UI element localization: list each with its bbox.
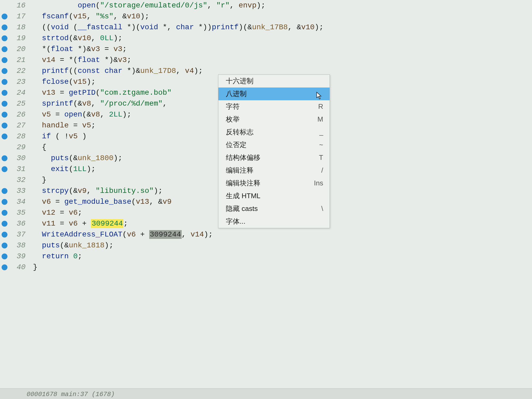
line-number: 16 <box>10 1 26 11</box>
breakpoint-marker[interactable] <box>2 243 7 248</box>
menu-item[interactable]: 八进制 <box>218 88 330 100</box>
breakpoint-marker[interactable] <box>2 232 7 238</box>
menu-item-label: 枚举 <box>226 115 240 124</box>
line-number: 34 <box>10 197 26 207</box>
breakpoint-marker[interactable] <box>2 253 7 259</box>
menu-item[interactable]: 枚举M <box>218 113 330 126</box>
breakpoint-marker[interactable] <box>2 57 7 63</box>
breakpoint-marker[interactable] <box>2 188 7 194</box>
status-text: 00001678 main:37 (1678) <box>27 391 115 398</box>
breakpoint-marker[interactable] <box>2 155 7 161</box>
breakpoint-marker[interactable] <box>2 14 7 19</box>
line-number: 33 <box>10 186 26 196</box>
breakpoint-marker[interactable] <box>2 134 7 139</box>
menu-item-shortcut: ~ <box>319 140 323 149</box>
breakpoint-marker[interactable] <box>2 112 7 118</box>
code-text[interactable]: puts(&unk_1800); <box>33 153 122 163</box>
breakpoint-marker[interactable] <box>2 123 7 128</box>
menu-item[interactable]: 字体... <box>218 215 330 228</box>
code-text[interactable]: fclose(v15); <box>33 77 95 87</box>
line-number: 30 <box>10 153 26 163</box>
breakpoint-marker[interactable] <box>2 199 7 205</box>
line-number: 18 <box>10 22 26 32</box>
breakpoint-marker[interactable] <box>2 79 7 85</box>
menu-item-shortcut: / <box>321 166 323 175</box>
menu-item[interactable]: 结构体偏移T <box>218 151 330 164</box>
menu-item-label: 反转标志 <box>226 127 253 137</box>
breakpoint-marker[interactable] <box>2 264 7 270</box>
breakpoint-marker[interactable] <box>2 24 7 30</box>
menu-item[interactable]: 生成 HTML <box>218 190 330 202</box>
code-line[interactable]: 38 puts(&unk_1818); <box>0 240 532 251</box>
code-text[interactable]: { <box>33 142 46 152</box>
line-number: 26 <box>10 110 26 120</box>
code-text[interactable]: printf((const char *)&unk_17D8, v4); <box>33 66 203 76</box>
menu-item-label: 生成 HTML <box>226 191 260 201</box>
menu-item[interactable]: 字符R <box>218 100 330 113</box>
line-number: 17 <box>10 11 26 22</box>
menu-item[interactable]: 编辑注释/ <box>218 164 330 177</box>
breakpoint-marker[interactable] <box>2 144 7 150</box>
code-line[interactable]: 40} <box>0 262 532 273</box>
code-text[interactable]: WriteAddress_FLOAT(v6 + 3099244, v14); <box>33 230 213 240</box>
status-bar: 00001678 main:37 (1678) <box>0 388 532 399</box>
menu-item-label: 八进制 <box>226 89 247 98</box>
line-number: 39 <box>10 251 26 261</box>
code-line[interactable]: 16 open("/storage/emulated/0/js", "r", e… <box>0 0 532 11</box>
code-text[interactable]: open("/storage/emulated/0/js", "r", envp… <box>33 1 265 11</box>
breakpoint-marker[interactable] <box>2 221 7 227</box>
breakpoint-marker[interactable] <box>2 177 7 183</box>
menu-item-shortcut: Ins <box>314 178 323 188</box>
line-number: 20 <box>10 44 26 54</box>
code-line[interactable]: 17 fscanf(v15, "%s", &v10); <box>0 11 532 22</box>
breakpoint-marker[interactable] <box>2 166 7 172</box>
code-text[interactable]: fscanf(v15, "%s", &v10); <box>33 11 149 22</box>
code-text[interactable]: strtod(&v10, 0LL); <box>33 33 122 43</box>
menu-item-label: 字符 <box>226 102 240 111</box>
code-text[interactable]: } <box>33 262 38 272</box>
menu-item-label: 位否定 <box>226 140 247 149</box>
menu-item-label: 隐藏 casts <box>226 204 258 213</box>
code-line[interactable]: 19 strtod(&v10, 0LL); <box>0 33 532 44</box>
menu-item[interactable]: 位否定~ <box>218 139 330 151</box>
context-menu: 十六进制八进制字符R枚举M反转标志_位否定~结构体偏移T编辑注释/编辑块注释In… <box>218 74 330 228</box>
line-number: 21 <box>10 55 26 65</box>
menu-item-label: 十六进制 <box>226 76 253 86</box>
menu-item[interactable]: 编辑块注释Ins <box>218 177 330 190</box>
menu-item[interactable]: 十六进制 <box>218 75 330 88</box>
menu-item[interactable]: 隐藏 casts\ <box>218 202 330 215</box>
code-text[interactable]: if ( !v5 ) <box>33 131 87 142</box>
code-line[interactable]: 21 v14 = *(float *)&v3; <box>0 55 532 65</box>
code-line[interactable]: 37 WriteAddress_FLOAT(v6 + 3099244, v14)… <box>0 229 532 240</box>
code-text[interactable]: v13 = getPID("com.ztgame.bob" <box>33 88 172 98</box>
line-number: 32 <box>10 175 26 185</box>
code-text[interactable]: exit(1LL); <box>33 164 95 174</box>
code-line[interactable]: 18 ((void (__fastcall *)(void *, char *)… <box>0 22 532 33</box>
code-text[interactable]: puts(&unk_1818); <box>33 240 113 251</box>
code-text[interactable]: v12 = v6; <box>33 208 82 218</box>
code-text[interactable]: handle = v5; <box>33 120 95 131</box>
breakpoint-marker[interactable] <box>2 35 7 41</box>
menu-item[interactable]: 反转标志_ <box>218 126 330 139</box>
breakpoint-marker[interactable] <box>2 46 7 52</box>
code-text[interactable]: strcpy(&v9, "libunity.so"); <box>33 186 163 196</box>
code-text[interactable]: } <box>33 175 46 185</box>
breakpoint-marker[interactable] <box>2 210 7 216</box>
code-text[interactable]: v14 = *(float *)&v3; <box>33 55 131 65</box>
code-text[interactable]: v11 = v6 + 3099244; <box>33 219 128 229</box>
code-text[interactable]: v5 = open(&v8, 2LL); <box>33 110 131 120</box>
breakpoint-marker[interactable] <box>2 101 7 107</box>
breakpoint-marker[interactable] <box>2 68 7 74</box>
line-number: 38 <box>10 240 26 251</box>
code-text[interactable]: sprintf(&v8, "/proc/%d/mem", <box>33 99 167 109</box>
line-number: 28 <box>10 131 26 142</box>
code-text[interactable]: return 0; <box>33 251 82 261</box>
code-text[interactable]: *(float *)&v3 = v3; <box>33 44 127 54</box>
menu-item-shortcut: _ <box>319 127 323 137</box>
code-text[interactable]: ((void (__fastcall *)(void *, char *))pr… <box>33 22 323 32</box>
code-line[interactable]: 39 return 0; <box>0 251 532 262</box>
code-text[interactable]: v6 = get_module_base(v13, &v9 <box>33 197 172 207</box>
code-line[interactable]: 20 *(float *)&v3 = v3; <box>0 44 532 55</box>
breakpoint-marker[interactable] <box>2 90 7 96</box>
breakpoint-marker[interactable] <box>2 3 7 9</box>
